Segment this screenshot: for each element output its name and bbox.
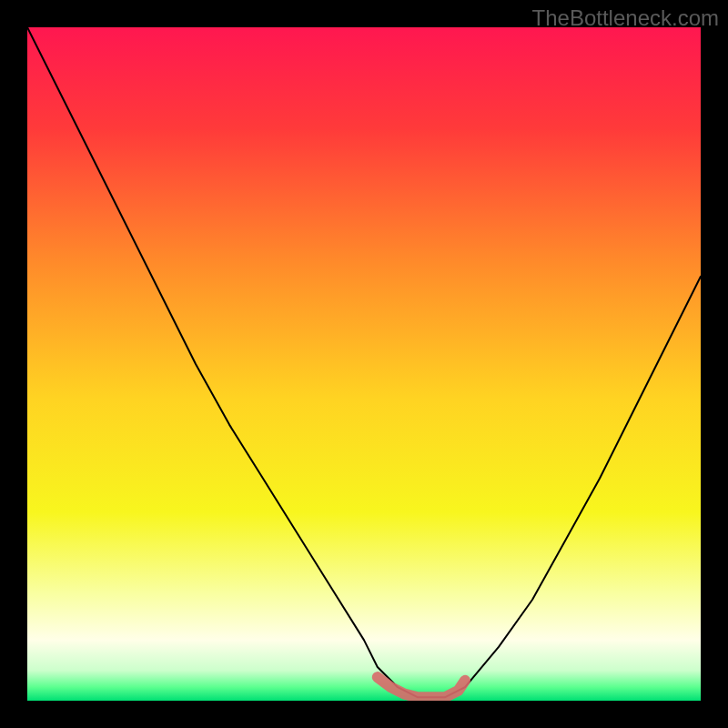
chart-svg [27,27,701,701]
chart-frame: TheBottleneck.com [0,0,728,728]
plot-area [27,27,701,701]
watermark-text: TheBottleneck.com [532,5,719,31]
gradient-background [27,27,701,701]
